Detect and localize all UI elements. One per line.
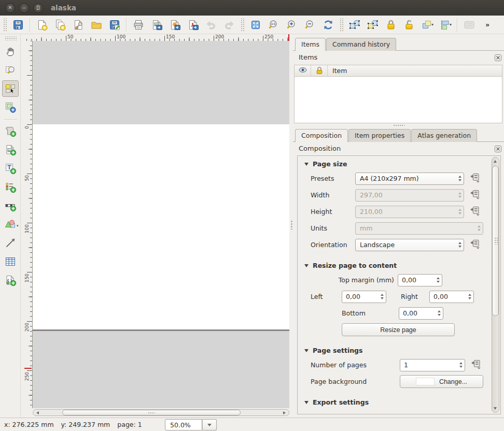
page-readout: page: 1: [117, 421, 142, 428]
toolbar-drag-handle[interactable]: [3, 18, 7, 32]
tab-composition[interactable]: Composition: [295, 129, 348, 142]
zoom-level-value[interactable]: 50.0%: [165, 419, 202, 430]
width-data-defined-button[interactable]: [468, 189, 481, 202]
orientation-combobox[interactable]: Landscape: [355, 239, 464, 251]
items-tabbar: ItemsCommand history: [295, 37, 396, 51]
export-as-svg-button[interactable]: [166, 17, 183, 33]
zoom-full-button[interactable]: [247, 17, 264, 33]
align-selected-items-button[interactable]: ▾: [437, 17, 454, 33]
composition-panel-close-button[interactable]: [494, 146, 501, 153]
scroll-down-icon[interactable]: [494, 407, 497, 410]
hand-icon: [4, 45, 17, 58]
section-page-size[interactable]: Page size: [304, 160, 490, 168]
zoom-level-combobox[interactable]: 50.0%: [165, 419, 217, 430]
save-as-template-button[interactable]: [106, 17, 123, 33]
items-table[interactable]: Item: [294, 65, 502, 123]
page-background-change-button[interactable]: Change...: [400, 375, 483, 388]
add-shape-button[interactable]: ▾: [2, 216, 19, 233]
window-maximize-button[interactable]: [33, 3, 43, 13]
zoom-tool-button[interactable]: [2, 62, 19, 78]
ruler-label: 50: [24, 175, 30, 181]
pan-tool-button[interactable]: [2, 43, 19, 60]
scroll-up-icon[interactable]: [494, 160, 497, 163]
move-item-content-tool-button[interactable]: [2, 99, 19, 116]
row-bottom-margin: Bottom 0,00: [298, 307, 490, 320]
atlas-icon: [463, 19, 475, 31]
row-units: Units mm: [311, 222, 490, 235]
horizontal-scrollbar[interactable]: [33, 409, 289, 416]
add-image-button[interactable]: [2, 141, 19, 158]
duplicate-composition-button[interactable]: [51, 17, 68, 33]
composition-canvas[interactable]: [33, 41, 289, 408]
top-margin-spinbox[interactable]: 0,00: [398, 274, 442, 286]
scroll-left-icon[interactable]: [36, 411, 39, 414]
zoom-actual-size-button[interactable]: 1:1: [265, 17, 282, 33]
orientation-data-defined-button[interactable]: [468, 239, 481, 251]
composition-page[interactable]: [33, 124, 289, 329]
page-background-swatch: [416, 378, 435, 385]
composition-scrollbar[interactable]: [492, 157, 499, 413]
export-as-pdf-button[interactable]: [184, 17, 201, 33]
bottom-margin-spinbox[interactable]: 0,00: [399, 307, 443, 320]
refresh-view-button[interactable]: [319, 17, 337, 33]
export-as-image-button[interactable]: [148, 17, 165, 33]
height-data-defined-button[interactable]: [468, 206, 481, 218]
visibility-column-header: [295, 65, 311, 76]
number-of-pages-spinbox[interactable]: 1: [400, 359, 465, 371]
add-arrow-icon: [4, 237, 17, 249]
section-page-settings[interactable]: Page settings: [304, 347, 490, 354]
select-move-item-tool-button[interactable]: [2, 80, 19, 97]
composition-scrollbar-thumb[interactable]: [492, 166, 499, 316]
page-shadow: [33, 329, 289, 331]
add-new-map-button[interactable]: [2, 123, 19, 139]
add-new-legend-button[interactable]: [2, 179, 19, 195]
select-all-items-button[interactable]: [346, 17, 363, 33]
add-html-frame-button[interactable]: [2, 272, 19, 289]
add-new-scalebar-button[interactable]: [2, 197, 19, 214]
composition-manager-button[interactable]: [69, 17, 87, 33]
tab-items[interactable]: Items: [295, 38, 326, 51]
right-margin-spinbox[interactable]: 0,00: [429, 291, 474, 303]
new-composition-button[interactable]: [33, 17, 50, 33]
resize-page-button[interactable]: Resize page: [342, 323, 455, 336]
tab-item-properties[interactable]: Item properties: [348, 129, 411, 142]
zoom-region-icon: [4, 64, 17, 76]
presets-data-defined-button[interactable]: [468, 173, 481, 185]
toolbar-drag-handle[interactable]: [339, 18, 343, 32]
toolbar-overflow-button[interactable]: »: [479, 17, 496, 33]
raise-selected-items-button[interactable]: ▾: [418, 17, 436, 33]
row-resize-button: Resize page: [342, 323, 490, 336]
zoom-out-button[interactable]: [301, 17, 318, 33]
left-margin-spinbox[interactable]: 0,00: [342, 291, 386, 303]
toolbar-drag-handle[interactable]: [4, 36, 17, 40]
width-spinbox: 297,00: [355, 189, 464, 202]
tab-command-history[interactable]: Command history: [326, 38, 396, 51]
zoom-in-button[interactable]: [283, 17, 300, 33]
lock-column-header: [311, 65, 328, 76]
scroll-right-icon[interactable]: [283, 411, 286, 414]
add-arrow-button[interactable]: [2, 235, 19, 251]
items-splitter-handle[interactable]: [393, 124, 404, 127]
save-project-button[interactable]: [9, 17, 26, 33]
pages-data-defined-button[interactable]: [469, 359, 482, 371]
presets-combobox[interactable]: A4 (210x297 mm): [355, 173, 464, 185]
unlock-all-items-button[interactable]: [400, 17, 417, 33]
horizontal-scrollbar-thumb[interactable]: [62, 410, 241, 415]
load-from-template-button[interactable]: [88, 17, 105, 33]
svg-text:1:1: 1:1: [271, 22, 275, 25]
overflow-icon: »: [481, 19, 494, 31]
zoom-level-dropdown-button[interactable]: [202, 419, 217, 430]
toolbar-drag-handle[interactable]: [240, 18, 244, 32]
section-resize-page[interactable]: Resize page to content: [304, 262, 490, 269]
print-button[interactable]: [130, 17, 147, 33]
section-export-settings[interactable]: Export settings: [304, 398, 490, 406]
items-panel-close-button[interactable]: [494, 54, 501, 62]
window-minimize-button[interactable]: –: [19, 3, 29, 13]
window-close-button[interactable]: ✕: [5, 3, 15, 13]
deselect-all-items-button[interactable]: [364, 17, 381, 33]
lock-selected-items-button[interactable]: [382, 17, 399, 33]
tab-atlas-generation[interactable]: Atlas generation: [411, 129, 477, 142]
add-attribute-table-button[interactable]: [2, 253, 19, 270]
add-new-label-button[interactable]: [2, 160, 19, 177]
save-as-template-icon: [108, 19, 121, 31]
